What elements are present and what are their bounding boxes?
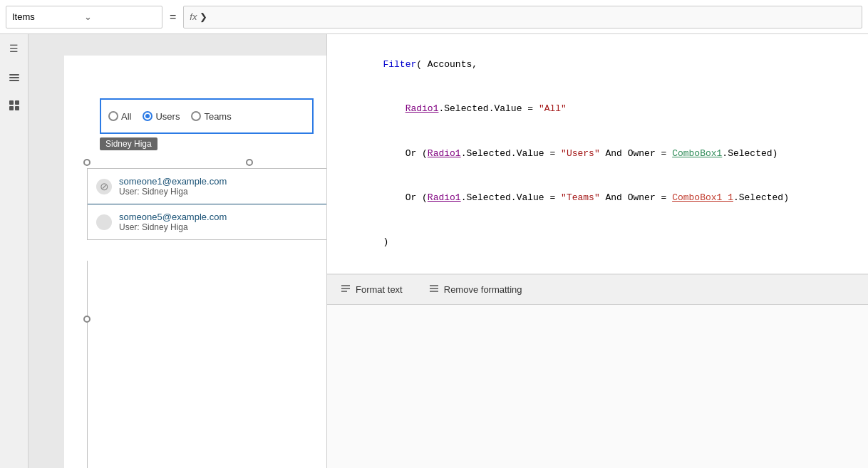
radio-circle-all [108,111,118,121]
main-layout: ☰ All [0,34,868,468]
svg-rect-5 [9,106,14,110]
list-item-email-1: someone1@example.com [119,176,326,187]
radio-option-teams[interactable]: Teams [191,111,231,122]
left-sidebar: ☰ [0,34,29,468]
code-line-3: Or (Radio1.Selected.Value = "Users" And … [339,132,857,176]
hamburger-icon[interactable]: ☰ [6,40,23,57]
svg-rect-6 [15,106,19,110]
fx-label: fx [190,11,197,22]
formula-toolbar: Format text Remove formatting [327,275,868,305]
top-bar: Items ⌄ = fx ❯ [0,0,868,34]
items-label: Items [12,11,84,22]
radio-circle-teams [191,111,201,121]
svg-rect-3 [9,100,14,105]
list-item-content-2: someone5@example.com User: Sidney Higa [119,212,326,232]
handle-top-left[interactable] [83,159,91,166]
list-item-icon-2 [96,214,112,230]
remove-formatting-label: Remove formatting [444,284,522,295]
tooltip-label: Sidney Higa [100,137,157,150]
remove-formatting-icon [428,283,440,296]
radio-option-users[interactable]: Users [143,111,180,122]
radio-group-control[interactable]: All Users Teams [100,98,314,134]
dropdown-chevron-icon: ⌄ [84,11,156,22]
canvas-area: All Users Teams Sidney Higa ⊘ [29,34,326,468]
radio-label-all: All [121,111,131,122]
layers-icon[interactable] [6,68,23,85]
svg-rect-1 [9,77,19,78]
code-line-4: Or (Radio1.Selected.Value = "Teams" And … [339,176,857,220]
code-line-5: ) [339,221,857,265]
radio-circle-users [143,111,153,121]
list-item-email-2: someone5@example.com [119,212,326,222]
list-item-user-2: User: Sidney Higa [119,222,326,232]
radio-option-all[interactable]: All [108,111,131,122]
handle-mid-left[interactable] [83,316,91,323]
grid-icon[interactable] [6,97,23,114]
svg-rect-2 [9,80,19,81]
formula-bar[interactable]: fx ❯ [183,6,862,28]
code-line-1: Filter( Accounts, [339,43,857,87]
list-empty-area [87,261,326,468]
format-text-label: Format text [356,284,403,295]
formula-code-area[interactable]: Filter( Accounts, Radio1.Selected.Value … [327,34,868,274]
code-line-2: Radio1.Selected.Value = "All" [339,87,857,131]
fx-chevron-icon: ❯ [200,11,207,22]
list-container: ⊘ someone1@example.com User: Sidney Higa… [87,168,326,240]
list-item-content-1: someone1@example.com User: Sidney Higa [119,176,326,197]
list-item-user-1: User: Sidney Higa [119,187,326,197]
items-dropdown[interactable]: Items ⌄ [6,6,162,28]
format-text-button[interactable]: Format text [336,280,407,299]
radio-label-teams: Teams [204,111,231,122]
radio-label-users: Users [155,111,180,122]
list-item-icon-1: ⊘ [96,179,112,194]
svg-rect-0 [9,74,19,76]
equals-sign: = [165,11,180,24]
format-text-icon [340,283,351,296]
list-item[interactable]: ⊘ someone1@example.com User: Sidney Higa… [88,169,326,204]
handle-top-mid[interactable] [246,159,253,166]
remove-formatting-button[interactable]: Remove formatting [424,280,527,299]
list-item[interactable]: someone5@example.com User: Sidney Higa ❯ [88,204,326,239]
svg-rect-4 [15,100,19,105]
formula-editor: Filter( Accounts, Radio1.Selected.Value … [326,34,868,468]
